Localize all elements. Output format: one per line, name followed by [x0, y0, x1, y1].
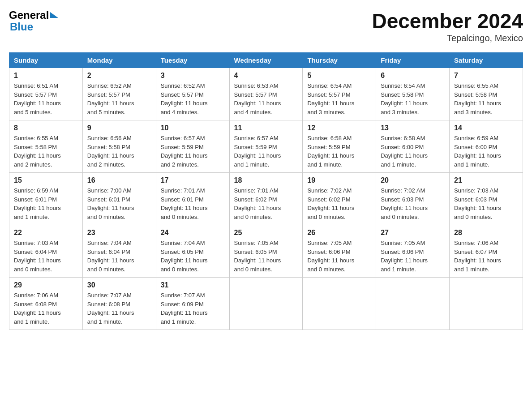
calendar-cell: 5Sunrise: 6:54 AMSunset: 5:57 PMDaylight…: [303, 68, 376, 120]
day-number: 26: [307, 229, 371, 237]
day-number: 28: [454, 229, 518, 237]
day-info: Sunrise: 6:51 AMSunset: 5:57 PMDaylight:…: [14, 82, 61, 116]
calendar-cell: [376, 278, 450, 330]
calendar-cell: 12Sunrise: 6:58 AMSunset: 5:59 PMDayligh…: [303, 120, 376, 173]
calendar-week-5: 29Sunrise: 7:06 AMSunset: 6:08 PMDayligh…: [9, 278, 523, 330]
day-number: 29: [14, 281, 78, 289]
calendar-cell: 9Sunrise: 6:56 AMSunset: 5:58 PMDaylight…: [82, 120, 156, 173]
calendar-cell: 6Sunrise: 6:54 AMSunset: 5:58 PMDaylight…: [376, 68, 450, 120]
day-info: Sunrise: 6:58 AMSunset: 5:59 PMDaylight:…: [307, 135, 354, 168]
day-number: 16: [87, 176, 151, 184]
day-header-sunday: Sunday: [9, 53, 83, 68]
day-number: 6: [381, 72, 445, 80]
day-number: 1: [14, 72, 78, 80]
day-header-thursday: Thursday: [303, 53, 376, 68]
day-number: 8: [14, 124, 78, 132]
day-number: 7: [454, 72, 518, 80]
day-number: 17: [161, 176, 225, 184]
day-number: 19: [307, 176, 371, 184]
day-info: Sunrise: 7:07 AMSunset: 6:08 PMDaylight:…: [87, 292, 134, 325]
calendar-cell: [229, 278, 303, 330]
day-info: Sunrise: 6:55 AMSunset: 5:58 PMDaylight:…: [454, 82, 501, 116]
day-header-friday: Friday: [376, 53, 450, 68]
day-info: Sunrise: 7:03 AMSunset: 6:04 PMDaylight:…: [14, 240, 61, 273]
day-info: Sunrise: 7:00 AMSunset: 6:01 PMDaylight:…: [87, 187, 134, 220]
day-number: 20: [381, 176, 445, 184]
day-info: Sunrise: 7:07 AMSunset: 6:09 PMDaylight:…: [161, 292, 208, 325]
calendar-header-row: SundayMondayTuesdayWednesdayThursdayFrid…: [9, 53, 523, 68]
calendar-cell: 1Sunrise: 6:51 AMSunset: 5:57 PMDaylight…: [9, 68, 83, 120]
day-number: 3: [161, 72, 225, 80]
day-number: 18: [234, 176, 298, 184]
day-number: 2: [87, 72, 151, 80]
calendar-title: December 2024: [372, 9, 523, 33]
calendar-cell: 11Sunrise: 6:57 AMSunset: 5:59 PMDayligh…: [229, 120, 303, 173]
calendar-cell: [303, 278, 376, 330]
title-section: December 2024 Tepalcingo, Mexico: [372, 9, 523, 43]
calendar-subtitle: Tepalcingo, Mexico: [372, 33, 523, 43]
logo-blue-text: Blue: [9, 21, 33, 33]
day-info: Sunrise: 6:58 AMSunset: 6:00 PMDaylight:…: [381, 135, 428, 168]
day-number: 11: [234, 124, 298, 132]
calendar-cell: [450, 278, 523, 330]
day-info: Sunrise: 7:05 AMSunset: 6:05 PMDaylight:…: [234, 240, 281, 273]
day-info: Sunrise: 6:59 AMSunset: 6:01 PMDaylight:…: [14, 187, 61, 220]
day-info: Sunrise: 7:05 AMSunset: 6:06 PMDaylight:…: [381, 240, 428, 273]
day-info: Sunrise: 6:54 AMSunset: 5:57 PMDaylight:…: [307, 82, 354, 116]
day-info: Sunrise: 7:06 AMSunset: 6:08 PMDaylight:…: [14, 292, 61, 325]
day-number: 27: [381, 229, 445, 237]
calendar-cell: 28Sunrise: 7:06 AMSunset: 6:07 PMDayligh…: [450, 225, 523, 278]
day-info: Sunrise: 6:59 AMSunset: 6:00 PMDaylight:…: [454, 135, 501, 168]
calendar-cell: 10Sunrise: 6:57 AMSunset: 5:59 PMDayligh…: [156, 120, 229, 173]
calendar-cell: 30Sunrise: 7:07 AMSunset: 6:08 PMDayligh…: [82, 278, 156, 330]
page-header: General Blue December 2024 Tepalcingo, M…: [9, 9, 523, 43]
calendar-cell: 3Sunrise: 6:52 AMSunset: 5:57 PMDaylight…: [156, 68, 229, 120]
day-number: 12: [307, 124, 371, 132]
day-info: Sunrise: 6:57 AMSunset: 5:59 PMDaylight:…: [161, 135, 208, 168]
calendar-table: SundayMondayTuesdayWednesdayThursdayFrid…: [9, 52, 523, 330]
calendar-week-3: 15Sunrise: 6:59 AMSunset: 6:01 PMDayligh…: [9, 173, 523, 225]
calendar-cell: 15Sunrise: 6:59 AMSunset: 6:01 PMDayligh…: [9, 173, 83, 225]
calendar-cell: 16Sunrise: 7:00 AMSunset: 6:01 PMDayligh…: [82, 173, 156, 225]
day-info: Sunrise: 6:57 AMSunset: 5:59 PMDaylight:…: [234, 135, 281, 168]
calendar-cell: 31Sunrise: 7:07 AMSunset: 6:09 PMDayligh…: [156, 278, 229, 330]
day-number: 21: [454, 176, 518, 184]
day-info: Sunrise: 6:53 AMSunset: 5:57 PMDaylight:…: [234, 82, 281, 116]
calendar-cell: 29Sunrise: 7:06 AMSunset: 6:08 PMDayligh…: [9, 278, 83, 330]
calendar-cell: 7Sunrise: 6:55 AMSunset: 5:58 PMDaylight…: [450, 68, 523, 120]
day-info: Sunrise: 7:05 AMSunset: 6:06 PMDaylight:…: [307, 240, 354, 273]
day-number: 10: [161, 124, 225, 132]
day-info: Sunrise: 6:52 AMSunset: 5:57 PMDaylight:…: [87, 82, 134, 116]
calendar-cell: 22Sunrise: 7:03 AMSunset: 6:04 PMDayligh…: [9, 225, 83, 278]
calendar-cell: 21Sunrise: 7:03 AMSunset: 6:03 PMDayligh…: [450, 173, 523, 225]
calendar-cell: 14Sunrise: 6:59 AMSunset: 6:00 PMDayligh…: [450, 120, 523, 173]
logo-general-text: General: [9, 9, 49, 21]
day-header-saturday: Saturday: [450, 53, 523, 68]
calendar-week-1: 1Sunrise: 6:51 AMSunset: 5:57 PMDaylight…: [9, 68, 523, 120]
day-number: 31: [161, 281, 225, 289]
day-number: 15: [14, 176, 78, 184]
day-info: Sunrise: 7:01 AMSunset: 6:02 PMDaylight:…: [234, 187, 281, 220]
day-info: Sunrise: 7:03 AMSunset: 6:03 PMDaylight:…: [454, 187, 501, 220]
calendar-week-4: 22Sunrise: 7:03 AMSunset: 6:04 PMDayligh…: [9, 225, 523, 278]
calendar-cell: 26Sunrise: 7:05 AMSunset: 6:06 PMDayligh…: [303, 225, 376, 278]
day-number: 9: [87, 124, 151, 132]
calendar-cell: 19Sunrise: 7:02 AMSunset: 6:02 PMDayligh…: [303, 173, 376, 225]
calendar-cell: 13Sunrise: 6:58 AMSunset: 6:00 PMDayligh…: [376, 120, 450, 173]
calendar-cell: 20Sunrise: 7:02 AMSunset: 6:03 PMDayligh…: [376, 173, 450, 225]
day-info: Sunrise: 7:01 AMSunset: 6:01 PMDaylight:…: [161, 187, 208, 220]
calendar-cell: 23Sunrise: 7:04 AMSunset: 6:04 PMDayligh…: [82, 225, 156, 278]
calendar-cell: 25Sunrise: 7:05 AMSunset: 6:05 PMDayligh…: [229, 225, 303, 278]
calendar-cell: 18Sunrise: 7:01 AMSunset: 6:02 PMDayligh…: [229, 173, 303, 225]
day-number: 14: [454, 124, 518, 132]
day-info: Sunrise: 6:56 AMSunset: 5:58 PMDaylight:…: [87, 135, 134, 168]
day-number: 5: [307, 72, 371, 80]
day-number: 23: [87, 229, 151, 237]
day-number: 25: [234, 229, 298, 237]
calendar-cell: 2Sunrise: 6:52 AMSunset: 5:57 PMDaylight…: [82, 68, 156, 120]
calendar-cell: 4Sunrise: 6:53 AMSunset: 5:57 PMDaylight…: [229, 68, 303, 120]
day-info: Sunrise: 7:02 AMSunset: 6:02 PMDaylight:…: [307, 187, 354, 220]
calendar-cell: 24Sunrise: 7:04 AMSunset: 6:05 PMDayligh…: [156, 225, 229, 278]
day-header-wednesday: Wednesday: [229, 53, 303, 68]
calendar-week-2: 8Sunrise: 6:55 AMSunset: 5:58 PMDaylight…: [9, 120, 523, 173]
